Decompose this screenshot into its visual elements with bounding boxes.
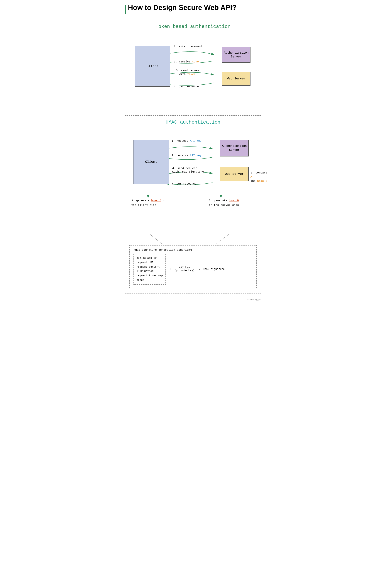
- web-server-label: Web Server: [227, 77, 246, 81]
- auth-server-label: AuthenticationServer: [224, 51, 249, 59]
- hmac-s5: 5. generate hmac B on the server side: [209, 199, 239, 208]
- algo-formula-arrow: →: [197, 267, 200, 272]
- step2-label: 2. receive token: [174, 60, 200, 63]
- step3-label: 3. send request: [176, 69, 201, 72]
- client-label: Client: [147, 64, 159, 68]
- algo-key: API key (private key): [174, 266, 194, 272]
- token-section-title: Token based authentication: [129, 24, 257, 29]
- title-bar: [125, 5, 126, 14]
- hmac-s3: 3. generate hmac A on the client side: [131, 199, 166, 208]
- hmac-web-server-label: Web Server: [225, 172, 244, 176]
- svg-line-8: [213, 234, 229, 246]
- hmac-s4b: with hmac signature: [172, 170, 204, 173]
- svg-line-7: [150, 234, 164, 246]
- hmac-s6: 6. compare hmac A and hmac B: [250, 171, 267, 183]
- step1-label: 1. enter password: [174, 45, 202, 48]
- step4-label: 4. get resource: [174, 85, 199, 88]
- algo-result: HMAC signature: [203, 268, 225, 271]
- hmac-auth-server-box: AuthenticationServer: [220, 140, 249, 156]
- step3b-label: with token: [179, 73, 196, 76]
- hmac-auth-server-label: AuthenticationServer: [222, 144, 247, 152]
- algo-content: public app ID request URI request conten…: [134, 254, 252, 285]
- auth-server-box: AuthenticationServer: [222, 47, 250, 63]
- hmac-auth-section: HMAC authentication: [125, 115, 261, 294]
- hmac-web-server-box: Web Server: [220, 167, 249, 181]
- hmac-section-title: HMAC authentication: [129, 120, 257, 125]
- hmac-s7: 7. get resource: [172, 182, 197, 186]
- hmac-s2: 2. receive API key: [172, 154, 202, 157]
- algo-title: hmac signature generation algorithm: [134, 249, 252, 252]
- token-auth-section: Token based authentication Clie: [125, 20, 261, 111]
- watermark: ©CSDN 码农+1: [125, 298, 261, 301]
- token-diagram: Client AuthenticationServer Web Server 1…: [129, 35, 257, 105]
- algo-plus: +: [169, 267, 171, 272]
- hmac-client-label: Client: [145, 160, 157, 164]
- algo-inputs: public app ID request URI request conten…: [134, 254, 166, 285]
- hmac-client-box: Client: [133, 140, 169, 184]
- client-box: Client: [135, 46, 170, 87]
- algo-box: hmac signature generation algorithm publ…: [129, 245, 257, 288]
- hmac-diagram: Client AuthenticationServer Web Server 1…: [129, 131, 257, 241]
- hmac-s1: 1. request API key: [172, 140, 202, 143]
- web-server-box: Web Server: [222, 72, 250, 86]
- page-title: How to Design Secure Web API?: [128, 4, 236, 12]
- hmac-s4a: 4. send request: [172, 167, 197, 170]
